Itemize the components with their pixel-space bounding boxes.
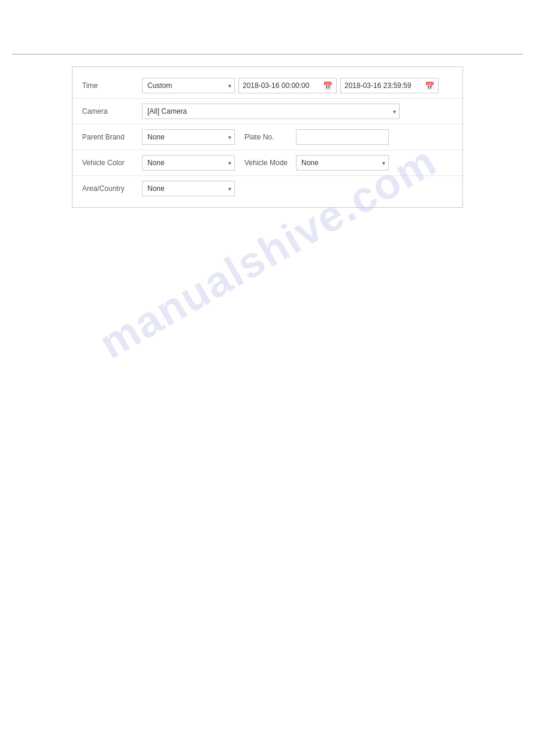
parent-brand-row: Parent Brand None ▾ Plate No. xyxy=(72,125,463,150)
area-country-select[interactable]: None xyxy=(142,181,235,196)
area-country-label: Area/Country xyxy=(82,184,142,193)
plate-no-label: Plate No. xyxy=(244,133,292,141)
time-row: Time Custom Today Yesterday This Week Th… xyxy=(72,73,463,99)
time-field: Custom Today Yesterday This Week This Mo… xyxy=(142,78,453,93)
end-calendar-icon[interactable]: 📅 xyxy=(425,81,434,90)
camera-field: [All] Camera ▾ xyxy=(142,104,453,119)
camera-label: Camera xyxy=(82,107,142,116)
parent-brand-select[interactable]: None xyxy=(142,129,235,145)
start-calendar-icon[interactable]: 📅 xyxy=(323,81,333,90)
top-divider xyxy=(12,54,523,54)
end-datetime-input[interactable] xyxy=(344,81,422,90)
vehicle-color-select[interactable]: None xyxy=(142,155,235,171)
vehicle-color-field: None ▾ Vehicle Mode None ▾ xyxy=(142,155,453,171)
search-form: Time Custom Today Yesterday This Week Th… xyxy=(72,66,463,208)
time-select[interactable]: Custom Today Yesterday This Week This Mo… xyxy=(142,78,235,93)
area-country-row: Area/Country None ▾ xyxy=(72,176,463,201)
parent-brand-field: None ▾ Plate No. xyxy=(142,129,453,145)
time-select-wrapper: Custom Today Yesterday This Week This Mo… xyxy=(142,78,235,93)
camera-select-wrapper: [All] Camera ▾ xyxy=(142,104,400,119)
plate-no-section: Plate No. xyxy=(244,129,389,145)
start-datetime-wrapper: 📅 xyxy=(238,78,337,93)
area-country-field: None ▾ xyxy=(142,181,453,196)
vehicle-mode-select[interactable]: None xyxy=(296,155,389,171)
parent-brand-select-wrapper: None ▾ xyxy=(142,129,235,145)
camera-row: Camera [All] Camera ▾ xyxy=(72,99,463,125)
vehicle-mode-section: Vehicle Mode None ▾ xyxy=(244,155,389,171)
start-datetime-input[interactable] xyxy=(243,81,321,90)
vehicle-mode-select-wrapper: None ▾ xyxy=(296,155,389,171)
parent-brand-label: Parent Brand xyxy=(82,133,142,141)
camera-select[interactable]: [All] Camera xyxy=(142,104,400,119)
time-label: Time xyxy=(82,81,142,90)
area-country-select-wrapper: None ▾ xyxy=(142,181,235,196)
vehicle-color-select-wrapper: None ▾ xyxy=(142,155,235,171)
end-datetime-wrapper: 📅 xyxy=(340,78,439,93)
plate-no-input[interactable] xyxy=(296,129,389,145)
vehicle-color-row: Vehicle Color None ▾ Vehicle Mode None ▾ xyxy=(72,150,463,176)
vehicle-mode-label: Vehicle Mode xyxy=(244,159,292,167)
vehicle-color-label: Vehicle Color xyxy=(82,159,142,167)
